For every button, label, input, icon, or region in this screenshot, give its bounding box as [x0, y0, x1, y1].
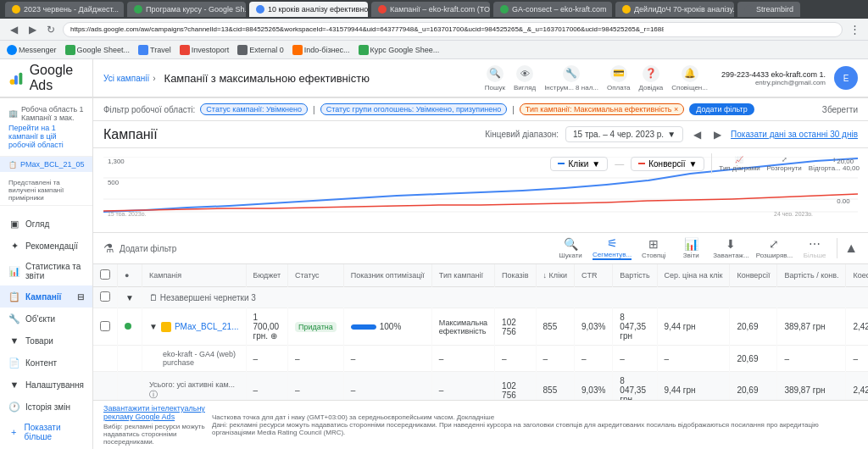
filter-campaign-type[interactable]: Тип кампанії: Максимальна ефективність ×: [520, 103, 684, 115]
data-table: ● Кампанія Бюджет Статус Показник оптимі…: [93, 264, 868, 400]
reports-toolbar-btn[interactable]: 📊 Звіти: [676, 237, 706, 259]
total-active-cost-per-conv: 389,87 грн: [777, 372, 846, 401]
row-checkbox[interactable]: [100, 321, 110, 331]
tools-header-btn[interactable]: 🔧 Інструм... 8 нал...: [544, 65, 598, 91]
select-all-header[interactable]: [93, 264, 118, 287]
sidebar-item-show-more[interactable]: + Показати більше: [0, 418, 92, 446]
col-clicks[interactable]: ↓ Кліки: [536, 264, 574, 287]
col-impressions[interactable]: Показів: [495, 264, 536, 287]
bookmark-travel[interactable]: Travel: [138, 45, 171, 55]
avatar[interactable]: E: [834, 66, 858, 90]
assets-icon: 🔧: [8, 313, 20, 324]
filter-status-group[interactable]: Статус групи оголошень: Увімкнено, призу…: [320, 103, 508, 115]
col-conversions[interactable]: Конверсії: [730, 264, 777, 287]
col-status-label[interactable]: Статус: [288, 264, 344, 287]
filter-status-campaign[interactable]: Статус кампанії: Увімкнено: [200, 103, 308, 115]
tab-5[interactable]: GA-consect – eko-kraft.com: [493, 2, 612, 17]
sidebar-item-stats[interactable]: 📊 Статистика та звіти: [0, 257, 92, 285]
chevron-down-icon[interactable]: ▼: [149, 322, 158, 331]
stats-icon: 📊: [8, 265, 20, 277]
sidebar-campaign-pmax[interactable]: 📋 PMax_BCL_21_05: [0, 157, 92, 172]
bookmark-google-sheet[interactable]: Google Sheet...: [65, 45, 131, 55]
col-cost[interactable]: Вартість: [613, 264, 657, 287]
notifications-header-btn[interactable]: 🔔 Сповіщен...: [671, 65, 708, 91]
forward-button[interactable]: ▶: [25, 23, 39, 36]
col-type[interactable]: Тип кампанії: [431, 264, 494, 287]
collapse-panel-btn[interactable]: ▲: [844, 241, 858, 256]
tab-4[interactable]: Кампанії – eko-kraft.com (ТО...: [371, 2, 490, 17]
billing-icon: 💳: [610, 65, 627, 82]
clicks-dot: [558, 163, 565, 164]
app-logo-text: Google Ads: [30, 63, 84, 93]
select-all-checkbox[interactable]: [100, 269, 110, 280]
tab-7[interactable]: Streambird: [737, 2, 800, 17]
col-campaign[interactable]: Кампанія: [142, 264, 247, 287]
overview-icon: ▣: [8, 218, 20, 230]
group-checkbox[interactable]: [100, 291, 110, 302]
date-range-selector[interactable]: 15 тра. – 4 чер. 2023 р. ▼: [565, 126, 683, 142]
total-active-conv-rate: 2,42%: [846, 372, 868, 401]
more-toolbar-btn[interactable]: ⋯ Більше: [799, 237, 830, 259]
extensions-button[interactable]: ⋮: [848, 23, 861, 36]
prev-date-btn[interactable]: ◀: [690, 128, 704, 141]
conversions-metric-btn[interactable]: Конверсії ▼: [631, 157, 704, 171]
view-header-btn[interactable]: 👁 Вигляд: [514, 65, 536, 91]
group-expand-icon[interactable]: ▼: [118, 287, 142, 308]
col-ctr[interactable]: CTR: [575, 264, 613, 287]
tab-2[interactable]: Програма курсу - Google Sh...: [127, 2, 246, 17]
settings-icon: ▼: [8, 379, 20, 391]
segment-toolbar-icon: ⚟: [607, 236, 618, 250]
bookmark-external[interactable]: External 0: [237, 45, 284, 55]
bookmark-indo[interactable]: Indo-бізнес...: [292, 45, 350, 55]
sidebar-item-products[interactable]: ▼ Товари: [0, 330, 92, 352]
help-header-btn[interactable]: ❓ Довідка: [639, 65, 664, 91]
sidebar-item-assets[interactable]: 🔧 Об'єкти: [0, 308, 92, 330]
total-active-label: Усього: усі активні кам... ⓘ: [142, 372, 247, 401]
address-bar: ◀ ▶ ↻ https://ads.google.com/aw/campaign…: [0, 19, 868, 41]
sidebar-item-settings[interactable]: ▼ Налаштування: [0, 374, 92, 396]
download-app-link[interactable]: Завантажити інтелектуальну рекламу Googl…: [103, 404, 205, 421]
expand-chart-btn[interactable]: ⤢ Розгорнути: [767, 156, 802, 172]
sidebar-item-recommendations[interactable]: ✦ Рекомендації: [0, 235, 92, 257]
chart-type-btn[interactable]: 📈 Тип діаграми: [719, 156, 760, 172]
search-header-btn[interactable]: 🔍 Пошук: [485, 65, 505, 91]
expand-toolbar-btn[interactable]: ⤢ Розширяв...: [756, 237, 793, 259]
campaign-name[interactable]: PMax_BCL_21...: [175, 322, 239, 331]
clicks-metric-btn[interactable]: Кліки ▼: [550, 157, 608, 171]
col-budget[interactable]: Бюджет: [246, 264, 288, 287]
col-conv-rate[interactable]: Коеф. конверсії: [846, 264, 868, 287]
sidebar-item-campaigns[interactable]: 📋 Кампанії ⊟: [0, 285, 92, 308]
col-avg-cpc[interactable]: Сер. ціна на клік: [657, 264, 730, 287]
breadcrumb-link[interactable]: Усі кампанії: [103, 74, 149, 83]
svg-text:1,300: 1,300: [108, 158, 125, 165]
save-filter-btn[interactable]: Зберегти: [822, 105, 858, 114]
sidebar-item-history[interactable]: 🕐 Історія змін: [0, 396, 92, 418]
add-filter-button[interactable]: Додати фільтр: [689, 103, 754, 115]
tab-1[interactable]: 2023 червень - Дайджест...: [5, 2, 124, 17]
bookmark-kurs-google[interactable]: Курс Google Shee...: [359, 45, 440, 55]
sidebar-item-overview[interactable]: ▣ Огляд: [0, 213, 92, 235]
avg-cpc-cell: 9,44 грн: [657, 308, 730, 346]
bookmark-investoport[interactable]: Investoport: [180, 45, 230, 55]
scroll-chart-btn[interactable]: ↕ Відгорта... 40,00: [809, 156, 860, 172]
total-info-icon[interactable]: ⓘ: [149, 390, 158, 399]
download-toolbar-btn[interactable]: ⬇ Завантаж...: [713, 237, 748, 259]
columns-toolbar-btn[interactable]: ⊞ Стовпці: [638, 237, 669, 259]
billing-header-btn[interactable]: 💳 Оплата: [607, 65, 631, 91]
col-cost-per-conv[interactable]: Вартість / конв.: [777, 264, 846, 287]
search-toolbar-btn[interactable]: 🔍 Шукати: [555, 237, 586, 259]
back-button[interactable]: ◀: [7, 23, 20, 36]
tab-3[interactable]: 10 кроків аналізу ефективно...: [249, 2, 368, 17]
url-input[interactable]: https://ads.google.com/aw/campaigns?chan…: [63, 22, 843, 37]
reload-button[interactable]: ↻: [44, 23, 58, 36]
add-filter-text[interactable]: Додати фільтр: [120, 244, 176, 253]
show-last-30-btn[interactable]: Показати дані за останні 30 днів: [731, 130, 858, 139]
sidebar-item-content[interactable]: 📄 Контент: [0, 352, 92, 374]
account-info: 299-223-4433 eko-kraft.com 1. entry.pinc…: [721, 70, 826, 86]
tab-6[interactable]: ДейлиДоЧ 70-кроків аналізу...: [615, 2, 734, 17]
col-optimization[interactable]: Показник оптимізації: [343, 264, 431, 287]
segment-toolbar-btn[interactable]: ⚟ Сегментув...: [593, 236, 632, 260]
next-date-btn[interactable]: ▶: [710, 128, 724, 141]
bookmark-messenger[interactable]: Messenger: [7, 45, 57, 55]
reports-toolbar-icon: 📊: [684, 237, 698, 251]
